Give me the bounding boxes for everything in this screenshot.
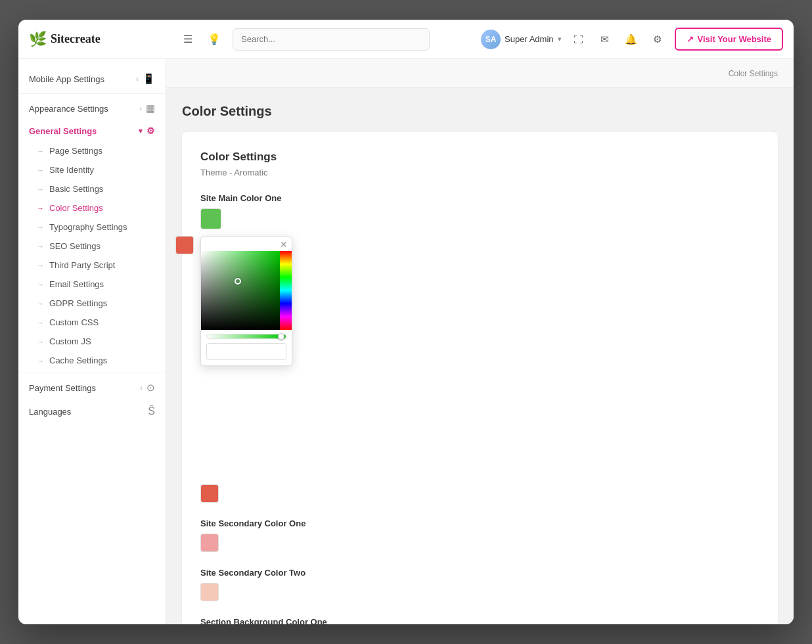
languages-icon: Ŝ (148, 405, 155, 417)
arrow-icon: → (37, 166, 44, 174)
payment-icon: ⊙ (147, 382, 155, 394)
logo-text: Sitecreate (51, 32, 101, 46)
chevron-left-icon-3: ‹ (140, 384, 143, 392)
sidebar-item-mobile-app[interactable]: Mobile App Settings ‹ 📱 (18, 67, 166, 91)
color-picker-popup: ✕ (200, 236, 292, 366)
picker-dot (235, 278, 241, 285)
secondary-color-two-swatch[interactable] (200, 583, 219, 601)
search-input[interactable] (233, 28, 430, 51)
section-bg-color-one-label: Section Background Color One (200, 617, 759, 624)
picker-slider-row (201, 330, 292, 343)
sidebar-item-typography-settings[interactable]: →Typography Settings (18, 218, 166, 237)
main-color-one-swatch[interactable] (200, 208, 221, 229)
main-content: Color Settings Color Settings Color Sett… (166, 59, 794, 624)
sidebar-sub-item-label: Custom JS (49, 336, 91, 346)
bulb-icon[interactable]: 💡 (204, 29, 225, 50)
chevron-left-icon: ‹ (136, 75, 139, 83)
arrow-icon: → (37, 185, 44, 193)
arrow-icon: → (37, 223, 44, 231)
page-title: Color Settings (182, 104, 778, 119)
divider-2 (18, 373, 166, 373)
nav-icons: ☰ 💡 (177, 29, 225, 50)
opacity-slider[interactable] (206, 334, 286, 339)
sidebar-sub-item-label: Page Settings (49, 146, 102, 156)
visit-label: Visit Your Website (698, 34, 771, 44)
arrow-icon: → (37, 338, 44, 346)
picker-rainbow[interactable] (280, 251, 292, 330)
visit-website-button[interactable]: ↗ Visit Your Website (675, 28, 783, 51)
arrow-icon: → (37, 147, 44, 155)
arrow-icon: → (37, 204, 44, 212)
sidebar-sub-item-label: Email Settings (49, 279, 104, 289)
divider (18, 93, 166, 94)
sidebar-sub-item-label: Custom CSS (49, 317, 99, 327)
sub-items-container: →Page Settings→Site Identity→Basic Setti… (18, 141, 166, 370)
arrow-icon: → (37, 300, 44, 308)
sidebar-item-custom-css[interactable]: →Custom CSS (18, 313, 166, 332)
picker-close-button[interactable]: ✕ (280, 239, 288, 250)
layout-icon: ▦ (146, 103, 155, 114)
site-main-color-one-field: Site Main Color One ✕ (200, 193, 759, 503)
visit-icon: ↗ (687, 34, 694, 44)
site-secondary-color-two-field: Site Secondary Color Two (200, 568, 759, 601)
sidebar-item-page-settings[interactable]: →Page Settings (18, 141, 166, 160)
sidebar-sub-item-label: Color Settings (49, 203, 103, 213)
sidebar-sub-item-label: Typography Settings (49, 222, 127, 232)
red-preview-swatch[interactable] (175, 236, 194, 254)
sidebar-item-languages-label: Languages (29, 407, 71, 417)
sidebar-sub-item-label: Third Party Script (49, 260, 115, 270)
sidebar-item-color-settings[interactable]: →Color Settings (18, 198, 166, 218)
sidebar-item-third-party-script[interactable]: →Third Party Script (18, 256, 166, 275)
chevron-down-icon: ▾ (558, 35, 562, 43)
bell-icon[interactable]: 🔔 (622, 30, 641, 49)
section-bg-color-one-field: Section Background Color One (200, 617, 759, 624)
site-secondary-color-two-label: Site Secondary Color Two (200, 568, 759, 578)
tools-icon[interactable]: ⚙ (648, 30, 667, 49)
settings-card: Color Settings Theme - Aromatic Site Mai… (182, 132, 778, 624)
user-badge[interactable]: SA Super Admin ▾ (481, 30, 561, 49)
sidebar-item-email-settings[interactable]: →Email Settings (18, 275, 166, 294)
main-color-one-alt-swatch[interactable] (200, 484, 219, 503)
gear-icon: ⚙ (147, 126, 155, 136)
mail-icon[interactable]: ✉ (596, 30, 614, 49)
arrow-icon: → (37, 357, 44, 365)
sidebar-sub-item-label: GDPR Settings (49, 298, 107, 308)
sidebar-item-appearance[interactable]: Appearance Settings ‹ ▦ (18, 97, 166, 120)
breadcrumb-label: Color Settings (729, 69, 778, 78)
sidebar-sub-item-label: Cache Settings (49, 356, 107, 365)
sidebar-item-gdpr-settings[interactable]: →GDPR Settings (18, 294, 166, 313)
card-title: Color Settings (200, 150, 759, 164)
hex-input[interactable]: #5dc251 (206, 343, 286, 360)
breadcrumb: Color Settings (166, 59, 794, 88)
sidebar: Mobile App Settings ‹ 📱 Appearance Setti… (18, 59, 166, 624)
site-secondary-color-one-field: Site Secondary Color One (200, 518, 759, 552)
mobile-icon: 📱 (143, 73, 155, 85)
fullscreen-icon[interactable]: ⛶ (570, 30, 588, 49)
arrow-icon: → (37, 262, 44, 269)
sidebar-item-languages[interactable]: Languages Ŝ (18, 400, 166, 423)
sidebar-sub-item-label: SEO Settings (49, 241, 101, 251)
sidebar-item-general-settings[interactable]: General Settings ▾ ⚙ (18, 120, 166, 141)
slider-thumb (278, 333, 284, 340)
sidebar-item-mobile-app-label: Mobile App Settings (29, 74, 104, 84)
topnav: 🌿 Sitecreate ☰ 💡 SA Super Admin ▾ ⛶ ✉ 🔔 … (18, 20, 794, 59)
secondary-color-one-swatch[interactable] (200, 534, 219, 552)
picker-gradient[interactable] (201, 251, 280, 330)
arrow-icon: → (37, 319, 44, 327)
content-area: Color Settings Color Settings Theme - Ar… (166, 88, 794, 624)
avatar: SA (481, 30, 501, 49)
sidebar-item-payment-label: Payment Settings (29, 383, 96, 393)
sidebar-item-cache-settings[interactable]: →Cache Settings (18, 351, 166, 370)
sidebar-item-payment[interactable]: Payment Settings ‹ ⊙ (18, 376, 166, 400)
color-picker-box: ✕ (200, 236, 292, 366)
sidebar-item-site-identity[interactable]: →Site Identity (18, 160, 166, 179)
arrow-icon: → (37, 242, 44, 250)
logo-area: 🌿 Sitecreate (29, 31, 167, 48)
menu-icon[interactable]: ☰ (177, 29, 198, 50)
theme-label: Theme - Aromatic (200, 168, 759, 177)
sidebar-item-basic-settings[interactable]: →Basic Settings (18, 179, 166, 198)
sidebar-sub-item-label: Site Identity (49, 165, 94, 175)
sidebar-item-custom-js[interactable]: →Custom JS (18, 332, 166, 351)
sidebar-item-seo-settings[interactable]: →SEO Settings (18, 237, 166, 256)
nav-right: SA Super Admin ▾ ⛶ ✉ 🔔 ⚙ ↗ Visit Your We… (481, 28, 783, 51)
